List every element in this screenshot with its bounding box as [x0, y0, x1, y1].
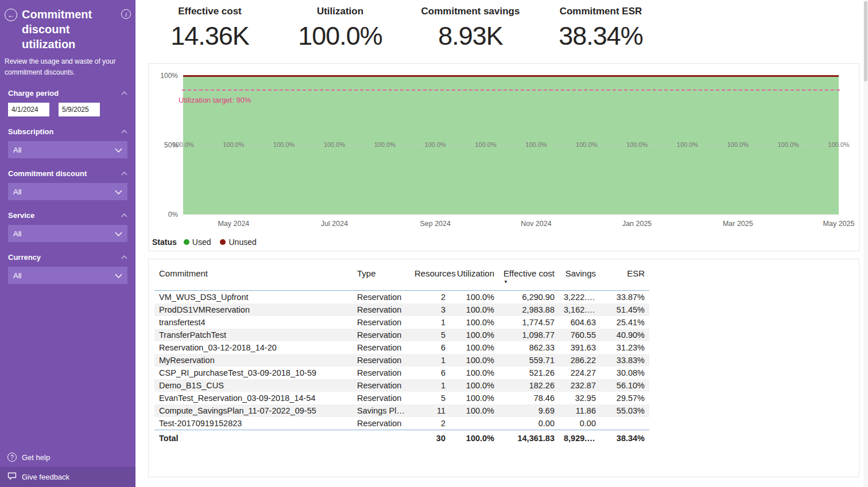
legend-item-unused[interactable]: Unused [220, 237, 256, 247]
table-cell: Compute_SavingsPlan_11-07-2022_09-55 [154, 404, 352, 417]
filters-sidebar: ← Commitment discount utilization i Revi… [0, 0, 135, 487]
x-axis: May 2024Jul 2024Sep 2024Nov 2024Jan 2025… [183, 220, 839, 229]
filter-label: Charge period [8, 89, 59, 98]
table-row[interactable]: Reservation_03-12-2018_14-20Reservation6… [154, 341, 649, 354]
y-axis-tick: 50% [164, 141, 178, 149]
table-total-row: Total30100.0%14,361.838,929.3538.34% [154, 430, 649, 446]
column-header-effective-cost[interactable]: Effective cost▼ [499, 265, 559, 291]
service-dropdown[interactable]: All [8, 225, 127, 242]
chart-legend: Status UsedUnused [152, 237, 266, 247]
total-cell: 38.34% [600, 430, 649, 446]
table-row[interactable]: MyReservationReservation1100.0%559.71286… [154, 354, 649, 367]
total-cell: 14,361.83 [499, 430, 559, 446]
table-cell: 100.0% [450, 329, 499, 341]
table-cell: 3,162.08 [559, 303, 600, 316]
data-label: 100.0% [273, 141, 294, 148]
commitments-table: CommitmentTypeResourcesUtilizationEffect… [154, 265, 649, 446]
commitment-discount-dropdown[interactable]: All [8, 183, 127, 200]
table-cell [450, 417, 499, 430]
table-cell: 78.46 [499, 392, 559, 404]
table-row[interactable]: VM_WUS_DS3_UpfrontReservation2100.0%6,29… [154, 291, 649, 304]
table-cell: Reservation [352, 291, 410, 304]
collapse-chevron-icon[interactable] [121, 255, 127, 259]
currency-dropdown[interactable]: All [8, 267, 127, 284]
dropdown-value: All [13, 229, 21, 238]
x-axis-tick: May 2024 [218, 220, 249, 228]
table-cell: transfertest4 [154, 316, 352, 329]
table-cell: 32.95 [559, 392, 600, 404]
charge-period-end-input[interactable] [59, 103, 100, 116]
table-cell: 2,983.88 [499, 303, 559, 316]
table-cell: 11.86 [559, 404, 600, 417]
table-row[interactable]: transfertest4Reservation1100.0%1,774.576… [154, 316, 649, 329]
table-cell: 182.26 [499, 379, 559, 392]
table-cell: 100.0% [450, 341, 499, 354]
column-header-commitment[interactable]: Commitment [154, 265, 352, 291]
table-cell: 33.83% [600, 354, 649, 367]
table-cell: 3,222.29 [559, 291, 600, 304]
table-row[interactable]: ProdDS1VMReservationReservation3100.0%2,… [154, 303, 649, 316]
chevron-down-icon [115, 146, 122, 154]
table-cell: CSP_RI_purchaseTest_03-09-2018_10-59 [154, 367, 352, 379]
info-icon[interactable]: i [121, 9, 131, 19]
filter-charge-period: Charge period [8, 89, 127, 116]
table-row[interactable]: EvanTest_Reservation_03-09-2018_14-54Res… [154, 392, 649, 404]
table-row[interactable]: Demo_B1S_CUSReservation1100.0%182.26232.… [154, 379, 649, 392]
table-cell: Demo_B1S_CUS [154, 379, 352, 392]
kpi-label: Utilization [275, 6, 405, 17]
data-label: 100.0% [475, 141, 496, 148]
kpi-effective-cost: Effective cost 14.36K [145, 6, 275, 51]
table-cell: Reservation [352, 354, 410, 367]
dropdown-value: All [13, 188, 21, 196]
get-help-link[interactable]: ? Get help [0, 447, 135, 467]
total-cell [352, 430, 410, 446]
table-cell: Reservation [352, 316, 410, 329]
report-page: ← Commitment discount utilization i Revi… [0, 0, 868, 487]
x-axis-tick: Sep 2024 [420, 220, 451, 228]
kpi-commitment-savings: Commitment savings 8.93K [405, 6, 536, 51]
table-row[interactable]: Test-20170919152823Reservation20.000.00 [154, 417, 649, 430]
column-header-esr[interactable]: ESR [600, 265, 649, 291]
table-cell: 862.33 [499, 341, 559, 354]
subscription-dropdown[interactable]: All [8, 141, 127, 158]
table-cell: 100.0% [450, 392, 499, 404]
feedback-icon [7, 472, 17, 482]
charge-period-start-input[interactable] [8, 103, 49, 116]
vertical-scrollbar[interactable] [863, 0, 868, 487]
column-header-type[interactable]: Type [352, 265, 410, 291]
table-row[interactable]: Compute_SavingsPlan_11-07-2022_09-55Savi… [154, 404, 649, 417]
data-label: 100.0% [324, 141, 345, 148]
column-header-savings[interactable]: Savings [559, 265, 600, 291]
collapse-chevron-icon[interactable] [121, 172, 127, 176]
column-header-resources[interactable]: Resources [410, 265, 450, 291]
table-cell: 0.00 [499, 417, 559, 430]
legend-title: Status [152, 237, 177, 247]
table-cell: Reservation [352, 417, 410, 430]
collapse-chevron-icon[interactable] [121, 130, 127, 134]
total-cell: 100.0% [450, 430, 499, 446]
data-label: 100.0% [525, 141, 547, 148]
table-cell: EvanTest_Reservation_03-09-2018_14-54 [154, 392, 352, 404]
table-cell: TransferPatchTest [154, 329, 352, 341]
table-cell: Test-20170919152823 [154, 417, 352, 430]
table-cell: MyReservation [154, 354, 352, 367]
gridline-0 [183, 214, 839, 215]
table-cell: 55.03% [600, 404, 649, 417]
table-row[interactable]: TransferPatchTestReservation5100.0%1,098… [154, 329, 649, 341]
back-icon[interactable]: ← [5, 9, 17, 21]
table-cell: 232.87 [559, 379, 600, 392]
legend-item-used[interactable]: Used [184, 237, 211, 247]
table-cell: 1,774.57 [499, 316, 559, 329]
collapse-chevron-icon[interactable] [121, 213, 127, 217]
chevron-down-icon [115, 188, 122, 196]
column-header-utilization[interactable]: Utilization [450, 265, 499, 291]
give-feedback-link[interactable]: Give feedback [0, 467, 135, 487]
table-cell: Reservation [352, 303, 410, 316]
table-row[interactable]: CSP_RI_purchaseTest_03-09-2018_10-59Rese… [154, 367, 649, 379]
scrollbar-thumb[interactable] [864, 1, 867, 81]
kpi-label: Effective cost [145, 6, 275, 17]
table-cell: 0.00 [559, 417, 600, 430]
table-cell: 51.45% [600, 303, 649, 316]
collapse-chevron-icon[interactable] [121, 91, 127, 95]
table-cell: 2 [410, 291, 450, 304]
